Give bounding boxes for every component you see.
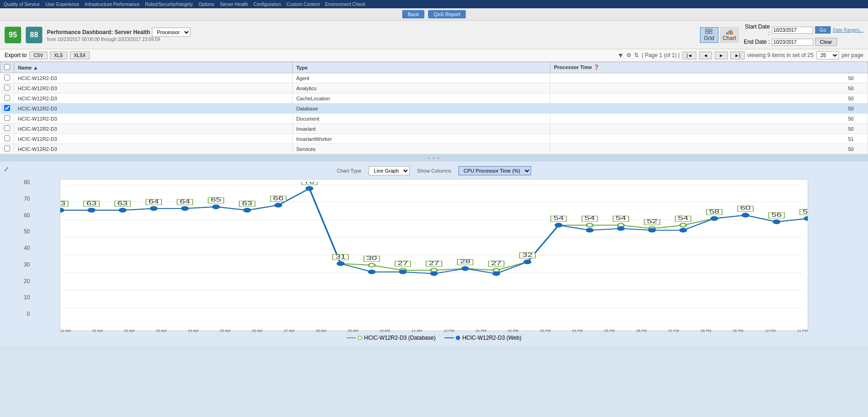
grid-icon [705,29,713,35]
svg-point-106 [493,272,500,275]
x-axis-label: 09 PM [733,329,743,333]
svg-rect-0 [706,29,708,31]
svg-point-113 [711,217,718,220]
svg-point-105 [462,267,469,271]
row-checkbox[interactable] [4,85,10,91]
row-checkbox[interactable] [4,95,10,101]
svg-text:64: 64 [149,198,159,205]
select-all-checkbox[interactable] [4,64,10,70]
first-page-button[interactable]: |◄ [683,52,697,59]
x-axis-label: 12 AM [60,329,71,333]
row-checkbox[interactable] [4,135,10,141]
svg-text:27: 27 [429,260,440,266]
grid-view-button[interactable]: Grid [700,27,718,43]
chart-type-select[interactable]: Line Graph [369,166,410,175]
last-page-button[interactable]: ►| [730,52,745,59]
svg-point-101 [337,262,344,266]
col-header-name[interactable]: Name ▲ [14,62,293,73]
svg-point-99 [275,203,282,207]
svg-text:64: 64 [179,198,190,205]
col-header-processor-time[interactable]: Processor Time ❓ [550,62,868,73]
table-row: HCIC-W12R2-D3 InvariantWorker 51 [0,134,868,144]
date-ranges-link[interactable]: Date Ranges... [833,28,863,33]
nav-robot[interactable]: Robot/Security/Integrity [145,2,193,7]
action-bar: Back QoS Report [0,8,868,21]
show-columns-select[interactable]: CPU Processor Time (%) [458,166,531,175]
xlsx-button[interactable]: XLSX [70,52,90,59]
chart-type-label: Chart Type [337,168,362,174]
filter-icon[interactable]: ▼ [618,52,624,59]
chart-lines-svg: 6363636464656366763130272728273254545452… [60,182,808,315]
row-checkbox-cell[interactable] [0,144,14,154]
row-checkbox[interactable] [4,105,10,111]
table-row: HCIC-W12R2-D3 Database 50 [0,104,868,114]
nav-quality[interactable]: Quality of Service [4,2,40,7]
y-axis: 80 70 60 50 40 30 20 10 0 [12,179,30,317]
nav-env[interactable]: Environment Check [325,2,365,7]
sort-icon[interactable]: ⇅ [634,52,639,58]
row-checkbox-cell[interactable] [0,93,14,104]
nav-server[interactable]: Server Health [220,2,248,7]
end-date-input[interactable] [772,39,813,46]
row-checkbox-cell[interactable] [0,134,14,144]
row-type: CacheLocation [292,93,550,104]
qos-report-button[interactable]: QoS Report [428,10,466,18]
processor-dropdown[interactable]: Processor [152,28,191,37]
row-checkbox[interactable] [4,115,10,121]
chart-view-button[interactable]: Chart [720,27,739,43]
csv-button[interactable]: CSV [29,52,47,59]
resize-divider[interactable]: • • • [0,154,868,162]
nav-config[interactable]: Configuration [254,2,281,7]
go-button[interactable]: Go [815,26,831,34]
row-checkbox-cell[interactable] [0,73,14,83]
row-name: HCIC-W12R2-D3 [14,93,293,104]
export-label: Export to [5,52,27,58]
legend-dot-database [358,336,362,340]
svg-point-47 [369,263,375,267]
row-type: Analytics [292,83,550,93]
table-row: HCIC-W12R2-D3 Agent 50 [0,73,868,83]
nav-infra[interactable]: Infrastructure Performance [85,2,139,7]
svg-rect-1 [709,29,712,31]
svg-text:31: 31 [336,254,346,260]
header-subtitle: from 10/23/2017 00:00:00 through 10/23/2… [47,37,695,42]
prev-page-button[interactable]: ◄ [699,52,712,59]
svg-rect-5 [728,31,729,35]
svg-point-95 [150,207,157,210]
expand-icon[interactable]: ⤢ [4,165,9,173]
next-page-button[interactable]: ► [715,52,728,59]
row-checkbox[interactable] [4,75,10,81]
row-checkbox-cell[interactable] [0,114,14,124]
row-checkbox-cell[interactable] [0,83,14,93]
nav-custom[interactable]: Custom Content [286,2,319,7]
row-checkbox[interactable] [4,125,10,131]
start-date-row: Start Date : Go Date Ranges... [742,23,863,36]
row-checkbox[interactable] [4,145,10,151]
row-name: HCIC-W12R2-D3 [14,124,293,134]
back-button[interactable]: Back [402,10,424,18]
clear-button[interactable]: Clear [815,38,837,46]
svg-rect-6 [730,30,731,35]
x-axis-label: 12 PM [444,329,454,333]
x-axis-label: 05 AM [220,329,231,333]
col-header-type[interactable]: Type [292,62,550,73]
nav-user[interactable]: User Experience [45,2,79,7]
row-checkbox-cell[interactable] [0,104,14,114]
xls-button[interactable]: XLS [50,52,67,59]
row-name: HCIC-W12R2-D3 [14,114,293,124]
nav-options[interactable]: Options [198,2,214,7]
row-name: HCIC-W12R2-D3 [14,73,293,83]
top-navigation: Quality of Service User Experience Infra… [0,0,868,8]
table-row: HCIC-W12R2-D3 CacheLocation 50 [0,93,868,104]
row-checkbox-cell[interactable] [0,124,14,134]
settings-icon[interactable]: ⚙ [626,52,631,58]
per-page-select[interactable]: 25 50 100 [816,51,839,59]
table-row: HCIC-W12R2-D3 Services 50 [0,144,868,154]
svg-text:27: 27 [491,260,502,266]
svg-point-115 [774,220,780,224]
svg-text:66: 66 [273,195,284,202]
row-processor-time: 50 [550,83,868,93]
start-date-input[interactable] [772,27,813,34]
col-header-checkbox[interactable] [0,62,14,73]
legend-label-web: HCIC-W12R2-D3 (Web) [462,335,521,341]
